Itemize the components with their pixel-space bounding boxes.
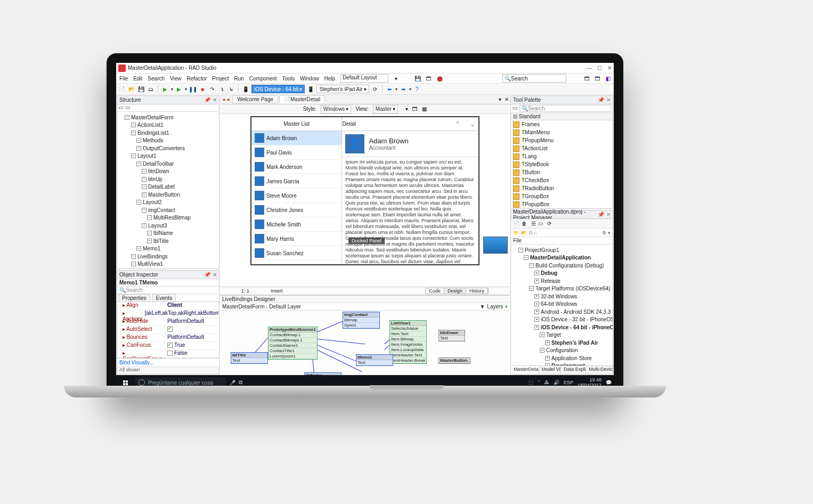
- pin-icon[interactable]: 📌: [598, 97, 604, 103]
- dropdown-icon[interactable]: ▾: [497, 96, 503, 102]
- list-item[interactable]: 👤Susan Sanchez: [251, 246, 342, 261]
- project-tree-item[interactable]: +iOS Device - 32 bit - iPhoneOS 10.1 - M…: [518, 315, 612, 323]
- oi-search[interactable]: 🔍Search: [117, 287, 219, 294]
- pm-remove-icon[interactable]: 🗑: [522, 221, 527, 226]
- project-tree-item[interactable]: −ProjectGroup1: [518, 246, 612, 254]
- structure-item[interactable]: −lblTitle: [131, 237, 218, 245]
- palette-list[interactable]: FramesTMainMenuTPopupMenuTActionListTLan…: [511, 120, 613, 208]
- oi-row[interactable]: ▸ Anchors[akLeft,akTop,akRight,akBottom]: [117, 310, 219, 318]
- oi-row[interactable]: ▸ CanParentFocusFalse: [117, 350, 219, 358]
- project-tree-item[interactable]: +Target: [518, 331, 612, 339]
- palette-item[interactable]: TGroupBox: [511, 192, 613, 200]
- project-tree[interactable]: −ProjectGroup1−MasterDetailApplication−B…: [511, 245, 613, 365]
- help-button[interactable]: ?: [413, 85, 421, 93]
- project-tree-item[interactable]: +iOS Device - 64 bit - iPhoneOS 10.1 - M…: [518, 323, 612, 331]
- list-item[interactable]: 👤Christine Jones: [251, 203, 342, 217]
- node-masterbutton[interactable]: MasterButton: [438, 357, 470, 364]
- structure-item[interactable]: −Layout1: [131, 152, 218, 160]
- task-view-icon[interactable]: ⧉: [239, 379, 242, 386]
- pin-icon[interactable]: 📌: [204, 272, 210, 278]
- structure-item[interactable]: −DetailLabel: [131, 183, 218, 191]
- tab-welcome[interactable]: Welcome Page: [232, 95, 278, 103]
- palette-cat-icon[interactable]: ▭: [513, 105, 517, 112]
- close-button[interactable]: ✕: [607, 65, 612, 71]
- step-into-icon[interactable]: ↴: [218, 85, 225, 93]
- structure-tree[interactable]: −MasterDetailForm −ActionList1−BindingsL…: [117, 112, 219, 269]
- structure-item[interactable]: −DetailToolbar: [131, 159, 218, 167]
- target-device-combo[interactable]: Stephen's iPad Air ▾: [316, 85, 369, 93]
- list-item[interactable]: 👤Adam Brown: [251, 131, 342, 145]
- appstore-icon[interactable]: ◧: [606, 76, 611, 82]
- view-combo[interactable]: Master ▾: [373, 105, 399, 113]
- menu-run[interactable]: Run: [234, 76, 243, 82]
- target-platform-combo[interactable]: iOS Device - 64 bit ▾: [251, 85, 305, 93]
- palette-search[interactable]: 🔍Search: [519, 105, 611, 112]
- collapse-icon[interactable]: ▭: [125, 104, 130, 111]
- palette-category[interactable]: Standard: [519, 113, 541, 119]
- maximize-button[interactable]: ☐: [597, 65, 602, 71]
- list-item[interactable]: 👤Paul Davis: [251, 145, 342, 160]
- menu-file[interactable]: File: [119, 76, 128, 82]
- tab-history[interactable]: History: [466, 288, 488, 294]
- node-prototype[interactable]: PrototypeBindSource1ContactBitmap LConta…: [268, 327, 318, 360]
- pause-button[interactable]: ❚❚: [189, 85, 197, 93]
- node-btndown[interactable]: btnDownText: [438, 330, 465, 342]
- menu-refactor[interactable]: Refactor: [187, 76, 207, 82]
- oi-grid[interactable]: ▸ AlignClient▸ Anchors[akLeft,akTop,akRi…: [117, 302, 219, 358]
- project-tree-item[interactable]: −Build Configurations (Debug): [518, 261, 612, 269]
- layout-combo[interactable]: Default Layout: [340, 74, 388, 83]
- project-tree-item[interactable]: −MasterDetailApplication: [518, 254, 612, 262]
- structure-item[interactable]: −OutputConverters: [131, 144, 218, 152]
- structure-item[interactable]: −Layout2: [131, 198, 218, 206]
- node-lblname[interactable]: lblNameText: [304, 372, 342, 375]
- list-item[interactable]: 👤Mary Harris: [251, 232, 342, 246]
- node-lbltitle[interactable]: lblTitleText: [231, 352, 268, 364]
- pm-tab-model[interactable]: Model View: [539, 366, 561, 374]
- oi-object[interactable]: Memo1 TMemo: [117, 279, 219, 287]
- structure-item[interactable]: −Layout3: [131, 221, 218, 229]
- palette-item[interactable]: TLang: [511, 152, 613, 160]
- node-listview[interactable]: ListView1SelectedValueItem.TextItem.Bitm…: [389, 320, 427, 364]
- structure-item[interactable]: −LiveBindings: [131, 252, 218, 260]
- palette-item[interactable]: TActionList: [511, 144, 613, 152]
- node-imgcontact[interactable]: ImgContactBitmapSynch: [343, 312, 380, 329]
- project-tree-item[interactable]: +Configuration: [518, 346, 612, 354]
- add-layer-icon[interactable]: +: [505, 304, 508, 310]
- menu-project[interactable]: Project: [212, 76, 229, 82]
- notifications-icon[interactable]: 💬: [606, 380, 612, 385]
- bind-visually-link[interactable]: Bind Visually...: [117, 358, 219, 367]
- palette-item[interactable]: TPopupMenu: [511, 136, 613, 144]
- pin-icon[interactable]: 📌: [598, 212, 604, 217]
- view-add-icon[interactable]: 🗔: [412, 106, 418, 112]
- close-icon[interactable]: ✕: [606, 97, 611, 103]
- palette-item[interactable]: Frames: [511, 120, 613, 128]
- run-button[interactable]: ▶: [161, 85, 169, 93]
- save-icon[interactable]: 💾: [137, 85, 145, 93]
- structure-item[interactable]: −MultiResBitmap: [131, 214, 218, 222]
- menu-view[interactable]: View: [170, 76, 182, 82]
- project-tree-item[interactable]: +Release: [518, 277, 612, 284]
- list-item[interactable]: 👤Mark Anderson: [251, 160, 342, 174]
- project-tree-item[interactable]: +Debug: [518, 269, 612, 277]
- node-memo[interactable]: Memo1Text: [356, 354, 393, 366]
- tray-lang[interactable]: ESP: [564, 380, 573, 385]
- window-icon-2[interactable]: 🗔: [595, 76, 600, 82]
- close-icon[interactable]: ✕: [213, 97, 217, 103]
- tray-up-icon[interactable]: ˄: [538, 380, 540, 385]
- menu-search[interactable]: Search: [148, 76, 165, 82]
- memo-text[interactable]: ipsum mi vehicula purus, eu congue sapie…: [342, 157, 478, 264]
- tablet-icon[interactable]: 📱: [307, 85, 314, 93]
- project-tree-item[interactable]: +Android - Android SDK 24.3.3 32 bit: [518, 307, 612, 315]
- run-nodebug-button[interactable]: ▶: [175, 85, 183, 93]
- desktop2-icon[interactable]: 🗔: [426, 76, 432, 82]
- open-icon[interactable]: 📂: [128, 85, 135, 93]
- expand-icon[interactable]: ▭: [118, 104, 123, 111]
- project-tree-item[interactable]: +64-bit Windows: [518, 300, 612, 308]
- menu-edit[interactable]: Edit: [133, 76, 142, 82]
- close-icon[interactable]: ✕: [606, 212, 611, 217]
- oi-row[interactable]: ▸ AutoSelect: [117, 326, 219, 334]
- project-tree-item[interactable]: +Stephen's iPad Air: [518, 338, 612, 346]
- pm-tab-multi[interactable]: Multi-Device ...: [586, 366, 613, 374]
- structure-item[interactable]: −Methods: [131, 136, 218, 144]
- list-item[interactable]: 👤Steve Moore: [251, 189, 342, 203]
